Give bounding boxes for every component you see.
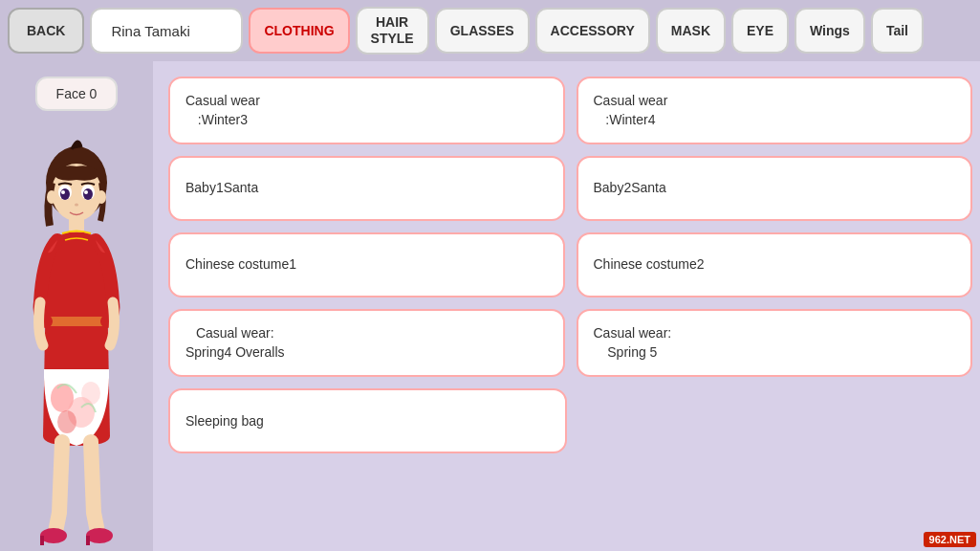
svg-point-10 [97, 190, 106, 204]
svg-point-5 [83, 188, 93, 200]
clothing-row-3: Chinese costume1 Chinese costume2 [168, 232, 972, 298]
svg-point-15 [81, 382, 100, 405]
character-name-display: Rina Tamaki [90, 8, 243, 54]
tab-tail[interactable]: Tail [871, 8, 924, 54]
left-panel: Face 0 [0, 61, 153, 551]
tab-glasses[interactable]: GLASSES [435, 8, 530, 54]
clothing-item-baby1santa[interactable]: Baby1Santa [168, 156, 565, 221]
svg-point-4 [60, 188, 70, 200]
clothing-scroll-list[interactable]: Casual wear:Winter3 Casual wear:Winter4 … [168, 77, 980, 536]
tab-accessory[interactable]: ACCESSORY [535, 8, 650, 54]
tab-clothing[interactable]: CLOTHING [249, 8, 349, 54]
svg-point-14 [57, 410, 76, 433]
clothing-item-chinese-costume2[interactable]: Chinese costume2 [577, 232, 973, 298]
svg-point-7 [84, 190, 88, 194]
clothing-item-sleeping-bag[interactable]: Sleeping bag [168, 388, 567, 453]
back-button[interactable]: BACK [8, 8, 84, 54]
clothing-item-casual-spring4[interactable]: Casual wear:Spring4 Overalls [168, 309, 565, 377]
clothing-item-baby2santa[interactable]: Baby2Santa [577, 156, 973, 221]
character-illustration [10, 130, 143, 551]
clothing-item-empty [578, 388, 973, 453]
svg-rect-18 [40, 536, 44, 545]
tab-wings[interactable]: Wings [795, 8, 865, 54]
svg-point-6 [61, 190, 65, 194]
svg-point-16 [40, 528, 67, 543]
svg-point-9 [47, 190, 56, 204]
svg-point-17 [86, 528, 113, 543]
svg-rect-19 [86, 536, 90, 545]
svg-point-8 [75, 204, 78, 207]
top-nav-bar: BACK Rina Tamaki CLOTHING HAIR STYLE GLA… [0, 0, 980, 61]
clothing-row-5: Sleeping bag [168, 388, 972, 453]
tab-eye[interactable]: EYE [731, 8, 789, 54]
clothing-item-casual-winter3[interactable]: Casual wear:Winter3 [168, 77, 565, 144]
clothing-row-4: Casual wear:Spring4 Overalls Casual wear… [168, 309, 972, 377]
tab-hairstyle[interactable]: HAIR STYLE [356, 7, 429, 55]
watermark: 962.NET [924, 532, 976, 547]
clothing-item-casual-spring5[interactable]: Casual wear:Spring 5 [577, 309, 973, 377]
clothing-item-casual-winter4[interactable]: Casual wear:Winter4 [577, 77, 973, 144]
tab-mask[interactable]: MASK [656, 8, 726, 54]
character-display [10, 130, 143, 551]
clothing-row-1: Casual wear:Winter3 Casual wear:Winter4 [168, 77, 972, 144]
face-button[interactable]: Face 0 [35, 77, 119, 111]
main-content: Casual wear:Winter3 Casual wear:Winter4 … [153, 61, 980, 551]
clothing-row-2: Baby1Santa Baby2Santa [168, 156, 972, 221]
clothing-item-chinese-costume1[interactable]: Chinese costume1 [168, 232, 565, 298]
